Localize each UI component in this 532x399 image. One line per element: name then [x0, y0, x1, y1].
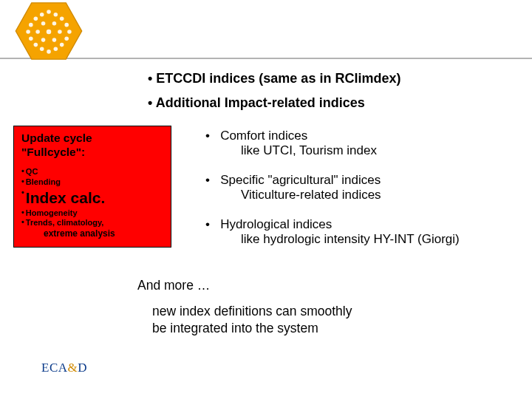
- svg-point-20: [58, 30, 62, 34]
- sub-bullet-list: Comfort indices like UTCI, Tourism index…: [205, 129, 519, 247]
- sub-bullet: Comfort indices like UTCI, Tourism index: [205, 129, 519, 158]
- top-bullet-text: Additional Impact-related indices: [156, 95, 365, 110]
- footer-pre: ECA: [41, 361, 68, 375]
- panel-item: Homogeneity: [21, 208, 163, 219]
- svg-point-18: [52, 21, 57, 26]
- sub-bullet-lead: Comfort indices: [205, 129, 519, 143]
- svg-point-4: [34, 16, 38, 21]
- slide-container: Index calculation ETCCDI indices (same a…: [0, 0, 532, 399]
- bullet-icon: [148, 71, 156, 86]
- sub-bullet-follow: like hydrologic intensity HY-INT (Giorgi…: [205, 232, 519, 247]
- svg-point-12: [34, 43, 38, 47]
- panel-item: QC: [21, 167, 163, 177]
- more-text: And more …: [137, 278, 210, 293]
- svg-point-3: [54, 13, 58, 17]
- panel-subtitle: "Fullcycle":: [21, 145, 163, 159]
- panel-item-text: Blending: [21, 177, 61, 186]
- sub-bullet: Specific "agricultural" indices Viticult…: [205, 173, 519, 202]
- svg-point-21: [41, 38, 46, 42]
- svg-point-1: [47, 10, 51, 14]
- sub-bullet-follow: Viticulture-related indices: [205, 188, 519, 202]
- hex-logo-icon: [12, 1, 86, 61]
- svg-point-5: [60, 16, 64, 21]
- bullet-icon: [205, 129, 214, 143]
- svg-point-23: [47, 30, 52, 35]
- panel-item-indent: extreme analysis: [21, 228, 163, 239]
- main-content: ETCCDI indices (same as in RClimdex) Add…: [0, 71, 532, 120]
- footer-amp: &: [68, 361, 78, 375]
- svg-point-7: [64, 23, 69, 27]
- svg-point-22: [52, 38, 57, 42]
- content-row: Update cycle "Fullcycle": QC Blending In…: [13, 126, 519, 262]
- fullcycle-panel: Update cycle "Fullcycle": QC Blending In…: [13, 126, 171, 248]
- footer-post: D: [78, 361, 87, 375]
- panel-list: QC Blending Index calc. Homogeneity Tren…: [21, 167, 163, 239]
- top-bullet-text: ETCCDI indices (same as in RClimdex): [156, 71, 400, 86]
- svg-point-11: [64, 36, 69, 41]
- svg-point-6: [29, 23, 33, 27]
- top-bullet-list: ETCCDI indices (same as in RClimdex) Add…: [0, 71, 532, 111]
- follow-line: new index definitions can smoothly: [152, 304, 352, 318]
- bullet-icon: [148, 95, 156, 110]
- svg-point-17: [41, 21, 46, 26]
- sub-bullet-text: Hydrological indices: [220, 217, 332, 231]
- svg-point-14: [40, 47, 44, 51]
- panel-item-text: Trends, climatology,: [21, 218, 103, 227]
- svg-point-8: [26, 30, 30, 34]
- svg-point-2: [40, 13, 44, 17]
- sub-bullet-text: Specific "agricultural" indices: [220, 173, 381, 187]
- follow-text: new index definitions can smoothly be in…: [152, 303, 352, 337]
- panel-item: Blending: [21, 177, 163, 188]
- top-bullet: ETCCDI indices (same as in RClimdex): [148, 71, 532, 86]
- panel-item: Trends, climatology,: [21, 218, 163, 228]
- svg-point-13: [60, 43, 64, 47]
- sub-bullet: Hydrological indices like hydrologic int…: [205, 217, 519, 247]
- footer-logo: ECA&D: [41, 361, 87, 375]
- sub-bullet-text: Comfort indices: [220, 129, 307, 143]
- svg-point-19: [35, 30, 40, 34]
- svg-point-10: [29, 36, 33, 41]
- panel-item-text: QC: [21, 167, 38, 176]
- panel-item-text: Index calc.: [26, 189, 105, 206]
- svg-point-9: [67, 30, 72, 34]
- panel-item-highlight: Index calc.: [21, 188, 163, 208]
- bullet-icon: [205, 217, 214, 231]
- sub-bullet-area: Comfort indices like UTCI, Tourism index…: [171, 126, 519, 262]
- svg-point-16: [47, 50, 51, 54]
- top-bullet: Additional Impact-related indices: [148, 95, 532, 111]
- sub-bullet-lead: Specific "agricultural" indices: [205, 173, 519, 188]
- panel-item-text: extreme analysis: [44, 228, 115, 239]
- follow-line: be integrated into the system: [152, 321, 318, 335]
- sub-bullet-follow: like UTCI, Tourism index: [205, 143, 519, 158]
- bullet-icon: [205, 173, 214, 187]
- sub-bullet-lead: Hydrological indices: [205, 217, 519, 232]
- svg-point-15: [54, 47, 58, 51]
- panel-item-text: Homogeneity: [21, 208, 78, 217]
- panel-title: Update cycle: [21, 131, 163, 145]
